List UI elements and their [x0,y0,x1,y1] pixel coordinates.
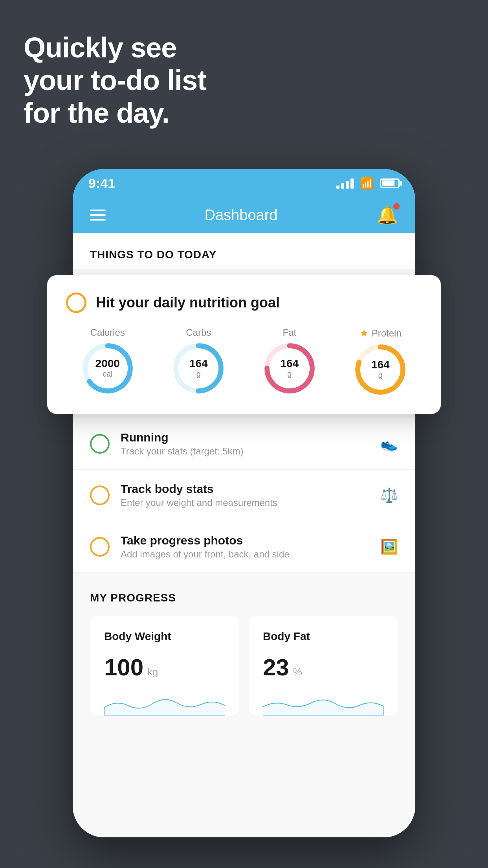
carbs-value: 164 [189,358,208,369]
nutrition-card-title: Hit your daily nutrition goal [96,294,280,311]
todo-circle-body-stats [90,485,110,505]
wifi-icon: 📶 [360,177,374,190]
notification-bell-button[interactable]: 🔔 [376,205,398,225]
things-to-do-heading: THINGS TO DO TODAY [73,233,415,269]
body-fat-title: Body Fat [263,630,384,643]
star-icon: ★ [360,327,369,339]
calories-label: Calories [90,327,125,338]
status-icons: 📶 [336,177,400,190]
protein-donut: 164 g [355,344,406,395]
nutrition-carbs: Carbs 164 g [157,327,240,395]
hamburger-menu-button[interactable] [90,210,106,221]
fat-value: 164 [280,358,299,369]
app-header: Dashboard 🔔 [73,197,415,233]
body-fat-value: 23 [263,654,289,681]
todo-subtitle-progress-photos: Add images of your front, back, and side [121,549,369,560]
calories-donut: 2000 cal [82,343,133,394]
todo-item-body-stats[interactable]: Track body stats Enter your weight and m… [73,470,415,521]
body-weight-title: Body Weight [104,630,225,643]
todo-circle-running [90,434,110,454]
todo-subtitle-running: Track your stats (target: 5km) [121,446,369,457]
protein-label: ★ Protein [360,327,402,339]
progress-card-body-weight[interactable]: Body Weight 100 kg [90,616,239,715]
fat-donut: 164 g [264,343,315,394]
nutrition-fat: Fat 164 g [248,327,331,395]
body-weight-unit: kg [147,666,158,678]
nutrition-circle-check [66,292,86,313]
status-bar: 9:41 📶 [73,169,415,197]
protein-value: 164 [371,359,390,370]
carbs-donut: 164 g [173,343,224,394]
todo-list: Running Track your stats (target: 5km) 👟… [73,418,415,573]
things-to-do-section: THINGS TO DO TODAY [73,233,415,269]
scale-icon: ⚖️ [380,487,398,504]
calories-unit: cal [95,369,120,379]
photo-icon: 🖼️ [380,539,398,555]
body-fat-chart [263,692,384,715]
todo-item-running[interactable]: Running Track your stats (target: 5km) 👟 [73,418,415,470]
todo-item-progress-photos[interactable]: Take progress photos Add images of your … [73,521,415,573]
signal-icon [336,178,354,189]
carbs-unit: g [189,369,208,379]
todo-circle-progress-photos [90,537,110,557]
status-time: 9:41 [88,176,115,191]
body-fat-unit: % [293,666,302,678]
body-weight-chart [104,692,225,715]
protein-unit: g [371,370,390,380]
hero-line2: your to-do list [24,64,206,97]
progress-heading: MY PROGRESS [90,592,398,604]
nutrition-protein: ★ Protein 164 g [339,327,422,395]
notification-dot [393,203,400,210]
carbs-label: Carbs [186,327,211,338]
todo-title-body-stats: Track body stats [121,482,369,496]
body-weight-value: 100 [104,654,143,681]
progress-card-body-fat[interactable]: Body Fat 23 % [249,616,398,715]
todo-title-progress-photos: Take progress photos [121,534,369,547]
phone-frame: 9:41 📶 Dashboard 🔔 [73,169,415,837]
nutrition-calories: Calories 2000 cal [66,327,149,395]
nutrition-grid: Calories 2000 cal Carbs [66,327,422,395]
fat-unit: g [280,369,299,379]
hero-line1: Quickly see [24,31,206,64]
progress-cards: Body Weight 100 kg Body Fat 23 [90,616,398,715]
fat-label: Fat [283,327,296,338]
hero-line3: for the day. [24,97,206,129]
shoe-icon: 👟 [380,436,398,452]
hero-text: Quickly see your to-do list for the day. [24,31,206,129]
battery-icon [380,178,400,188]
progress-section: MY PROGRESS Body Weight 100 kg [73,573,415,715]
calories-value: 2000 [95,358,120,369]
todo-subtitle-body-stats: Enter your weight and measurements [121,497,369,508]
header-title: Dashboard [205,207,278,224]
todo-title-running: Running [121,431,369,444]
nutrition-card: Hit your daily nutrition goal Calories 2… [47,275,441,414]
